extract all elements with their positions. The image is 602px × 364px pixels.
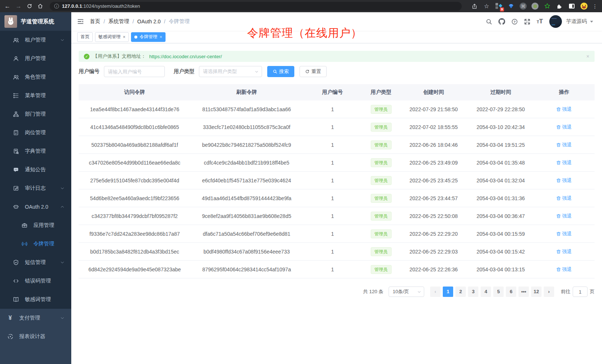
puzzle-icon[interactable] (556, 3, 563, 10)
table-row: f9336e7c7dd242a283ee98dc86b17a87dfa6c71a… (79, 225, 595, 243)
sidebar-item-audit-log[interactable]: 审计日志 (0, 179, 71, 198)
user-type-cell: 管理员 (362, 176, 399, 185)
page-button-5[interactable]: 5 (493, 287, 504, 297)
command-circle-icon[interactable]: ⌘ (520, 3, 527, 10)
sidebar-item-error-code[interactable]: 错误码管理 (0, 272, 71, 290)
page-button-2[interactable]: 2 (455, 287, 466, 297)
sidebar-item-pay[interactable]: ¥支付管理 (0, 309, 71, 327)
alert-close-icon[interactable]: × (586, 53, 589, 59)
page-button-6[interactable]: 6 (506, 287, 516, 297)
sidebar-item-user[interactable]: 用户管理 (0, 49, 71, 68)
sidebar-item-role[interactable]: 角色管理 (0, 68, 71, 86)
profile-emoji-icon[interactable] (580, 3, 588, 10)
kebab-menu-icon[interactable]: ⋮ (592, 4, 598, 9)
expire-time-cell: 2054-03-04 00:15:42 (468, 249, 534, 255)
page-button-3[interactable]: 3 (468, 287, 478, 297)
user-id-input[interactable] (104, 66, 165, 77)
font-size-icon[interactable]: TT (537, 18, 543, 25)
force-logout-button[interactable]: 强退 (556, 142, 572, 148)
user-type-cell: 管理员 (362, 194, 399, 203)
next-page-button[interactable]: › (544, 287, 554, 297)
force-logout-button[interactable]: 强退 (556, 106, 572, 113)
reload-icon[interactable] (27, 3, 32, 9)
tab-首页[interactable]: 首页 (77, 32, 93, 42)
back-icon[interactable]: ← (4, 3, 10, 9)
record-circle-icon[interactable] (531, 3, 539, 10)
sidebar-item-oauth2-token[interactable]: 令牌管理 (0, 235, 71, 253)
sidebar-item-oauth2[interactable]: OAuth 2.0 (0, 198, 71, 216)
user-type-cell: 管理员 (362, 229, 399, 238)
force-logout-button[interactable]: 强退 (556, 213, 572, 219)
column-header: 访问令牌 (79, 89, 191, 96)
gem-icon[interactable] (507, 3, 515, 10)
sidebar-item-oauth2-app[interactable]: 应用管理 (0, 216, 71, 235)
column-header: 操作 (534, 89, 595, 96)
page-button-12[interactable]: 12 (531, 287, 542, 297)
sidebar-item-dict[interactable]: 字典管理 (0, 142, 71, 161)
username[interactable]: 芋道源码 (566, 18, 587, 25)
user-type-cell: 管理员 (362, 158, 399, 167)
trash-icon (556, 143, 561, 147)
sidebar-item-dept[interactable]: 部门管理 (0, 105, 71, 123)
user-menu-caret-icon[interactable] (590, 21, 593, 23)
expire-time-cell: 2022-07-29 22:28:50 (468, 106, 534, 112)
sidebar-item-sensitive[interactable]: 敏感词管理 (0, 290, 71, 309)
force-logout-button[interactable]: 强退 (556, 231, 572, 237)
fullscreen-icon[interactable] (524, 19, 530, 25)
shield-icon (13, 259, 19, 266)
force-logout-button[interactable]: 强退 (556, 177, 572, 184)
tab-敏感词管理[interactable]: 敏感词管理× (95, 32, 129, 42)
tab-令牌管理[interactable]: 令牌管理× (131, 32, 166, 42)
access-token-cell: 502375b8040a469a9b82188afdf6af1f (79, 142, 191, 148)
forward-icon[interactable]: → (16, 3, 22, 9)
site-info-icon[interactable]: i (54, 4, 59, 9)
more-pages-button[interactable]: ••• (518, 287, 529, 297)
force-logout-button[interactable]: 强退 (556, 159, 572, 166)
force-logout-button[interactable]: 强退 (556, 266, 572, 273)
force-logout-button[interactable]: 强退 (556, 195, 572, 202)
sidebar-item-report[interactable]: 报表设计器 (0, 327, 71, 346)
reset-button[interactable]: 重置 (300, 66, 327, 77)
user-type-badge: 管理员 (371, 105, 392, 114)
force-logout-button[interactable]: 强退 (556, 124, 572, 130)
close-icon[interactable]: × (123, 35, 125, 39)
prev-page-button[interactable]: ‹ (430, 287, 441, 297)
breadcrumb-item[interactable]: OAuth 2.0 (137, 19, 161, 24)
address-bar[interactable]: i 127.0.0.1:1024/system/oauth2/token (50, 2, 462, 11)
chart-icon (7, 334, 13, 340)
page-button-1[interactable]: 1 (443, 287, 453, 297)
sidebar-item-tenant[interactable]: 租户管理 (0, 31, 71, 49)
sidebar-item-post[interactable]: 岗位管理 (0, 123, 71, 142)
user-id-cell: 1 (302, 267, 362, 272)
help-icon[interactable]: ? (511, 19, 518, 25)
close-icon[interactable]: × (160, 35, 162, 39)
extension-blocks-icon[interactable]: 9 (495, 3, 503, 10)
page-button-4[interactable]: 4 (481, 287, 491, 297)
user-type-select[interactable]: 请选择用户类型 (199, 66, 262, 77)
goto-page-input[interactable] (573, 287, 588, 297)
user-id-label: 用户编号 (79, 68, 99, 75)
browser-toolbar-right: ☆ 9 ⌘ ⋮ (471, 3, 598, 10)
side-panel-icon[interactable] (568, 3, 575, 10)
sidebar-item-label: 令牌管理 (33, 241, 54, 247)
sidebar-item-menu[interactable]: 菜单管理 (0, 86, 71, 105)
sidebar-item-notice[interactable]: 通知公告 (0, 161, 71, 179)
breadcrumb-item[interactable]: 系统管理 (108, 18, 129, 25)
sidebar-menu: 租户管理用户管理角色管理菜单管理部门管理岗位管理字典管理通知公告审计日志OAut… (0, 31, 71, 364)
github-icon[interactable] (498, 18, 505, 25)
user-type-cell: 管理员 (362, 105, 399, 114)
bookmark-star-icon[interactable]: ☆ (483, 3, 490, 10)
search-button[interactable]: 搜索 (267, 66, 294, 77)
share-icon[interactable] (471, 3, 478, 10)
force-logout-button[interactable]: 强退 (556, 248, 572, 255)
breadcrumb-item[interactable]: 首页 (90, 18, 100, 25)
user-avatar[interactable] (549, 15, 562, 28)
sidebar-collapse-icon[interactable] (77, 18, 84, 25)
green-star-icon[interactable] (543, 3, 551, 10)
sidebar-item-sms[interactable]: 短信管理 (0, 253, 71, 272)
home-icon[interactable] (37, 3, 43, 9)
app-logo-bar[interactable]: 芋道管理系统 (0, 12, 71, 31)
search-icon[interactable] (486, 19, 492, 25)
doc-link[interactable]: https://doc.iocoder.cn/user-center/ (149, 54, 222, 59)
page-size-select[interactable]: 10条/页 (389, 287, 424, 297)
